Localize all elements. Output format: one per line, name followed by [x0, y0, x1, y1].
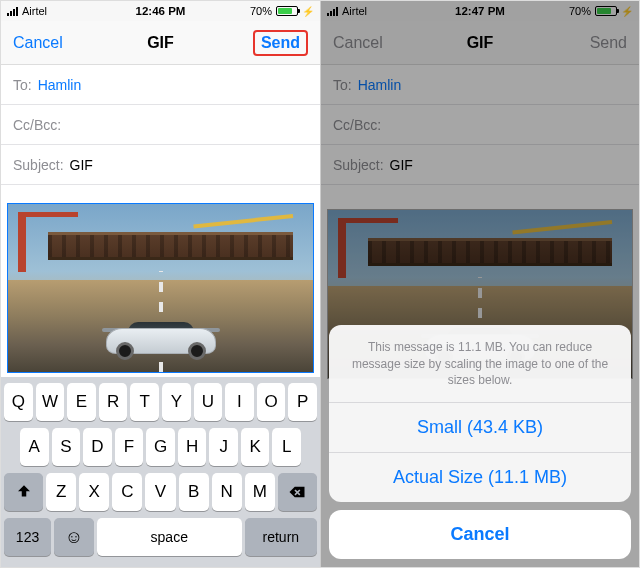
key-a[interactable]: A	[20, 428, 49, 466]
sheet-message: This message is 11.1 MB. You can reduce …	[329, 325, 631, 403]
nav-bar: Cancel GIF Send	[1, 21, 320, 65]
ccbcc-field: Cc/Bcc:	[321, 105, 639, 145]
to-field: To: Hamlin	[321, 65, 639, 105]
key-q[interactable]: Q	[4, 383, 33, 421]
key-o[interactable]: O	[257, 383, 286, 421]
keyboard-row-3: Z X C V B N M	[4, 473, 317, 511]
key-x[interactable]: X	[79, 473, 109, 511]
key-m[interactable]: M	[245, 473, 275, 511]
to-label: To:	[13, 77, 32, 93]
subject-label: Subject:	[13, 157, 64, 173]
key-y[interactable]: Y	[162, 383, 191, 421]
nav-title: GIF	[1, 34, 320, 52]
key-w[interactable]: W	[36, 383, 65, 421]
phone-right: Airtel 12:47 PM 70% ⚡ Cancel GIF Send To…	[320, 1, 639, 567]
keyboard-row-bottom: 123 ☺ space return	[4, 518, 317, 556]
key-shift[interactable]	[4, 473, 43, 511]
key-u[interactable]: U	[194, 383, 223, 421]
key-backspace[interactable]	[278, 473, 317, 511]
nav-title: GIF	[321, 34, 639, 52]
keyboard-row-1: Q W E R T Y U I O P	[4, 383, 317, 421]
key-r[interactable]: R	[99, 383, 128, 421]
subject-value: GIF	[70, 157, 93, 173]
to-label: To:	[333, 77, 352, 93]
key-d[interactable]: D	[83, 428, 112, 466]
keyboard-row-2: A S D F G H J K L	[4, 428, 317, 466]
status-time: 12:46 PM	[1, 5, 320, 17]
key-emoji[interactable]: ☺	[54, 518, 94, 556]
key-space[interactable]: space	[97, 518, 242, 556]
battery-icon	[276, 6, 298, 16]
battery-icon	[595, 6, 617, 16]
key-return[interactable]: return	[245, 518, 317, 556]
status-bar: Airtel 12:46 PM 70% ⚡	[1, 1, 320, 21]
action-sheet: This message is 11.1 MB. You can reduce …	[329, 325, 631, 559]
key-b[interactable]: B	[179, 473, 209, 511]
key-p[interactable]: P	[288, 383, 317, 421]
key-v[interactable]: V	[145, 473, 175, 511]
to-value: Hamlin	[38, 77, 82, 93]
subject-value: GIF	[390, 157, 413, 173]
ccbcc-field[interactable]: Cc/Bcc:	[1, 105, 320, 145]
key-123[interactable]: 123	[4, 518, 51, 556]
shift-icon	[15, 483, 33, 501]
key-n[interactable]: N	[212, 473, 242, 511]
option-actual-button[interactable]: Actual Size (11.1 MB)	[329, 453, 631, 502]
key-e[interactable]: E	[67, 383, 96, 421]
key-f[interactable]: F	[115, 428, 144, 466]
status-bar: Airtel 12:47 PM 70% ⚡	[321, 1, 639, 21]
keyboard: Q W E R T Y U I O P A S D F G H J K L Z	[1, 377, 320, 567]
backspace-icon	[288, 483, 306, 501]
subject-field: Subject: GIF	[321, 145, 639, 185]
key-z[interactable]: Z	[46, 473, 76, 511]
to-field[interactable]: To: Hamlin	[1, 65, 320, 105]
key-i[interactable]: I	[225, 383, 254, 421]
key-s[interactable]: S	[52, 428, 81, 466]
key-c[interactable]: C	[112, 473, 142, 511]
subject-label: Subject:	[333, 157, 384, 173]
sheet-cancel-button[interactable]: Cancel	[329, 510, 631, 559]
option-small-button[interactable]: Small (43.4 KB)	[329, 403, 631, 453]
key-k[interactable]: K	[241, 428, 270, 466]
key-t[interactable]: T	[130, 383, 159, 421]
key-g[interactable]: G	[146, 428, 175, 466]
key-h[interactable]: H	[178, 428, 207, 466]
subject-field[interactable]: Subject: GIF	[1, 145, 320, 185]
to-value: Hamlin	[358, 77, 402, 93]
ccbcc-label: Cc/Bcc:	[13, 117, 61, 133]
attached-image[interactable]	[7, 203, 314, 373]
status-time: 12:47 PM	[321, 5, 639, 17]
ccbcc-label: Cc/Bcc:	[333, 117, 381, 133]
key-j[interactable]: J	[209, 428, 238, 466]
nav-bar: Cancel GIF Send	[321, 21, 639, 65]
key-l[interactable]: L	[272, 428, 301, 466]
phone-left: Airtel 12:46 PM 70% ⚡ Cancel GIF Send To…	[1, 1, 320, 567]
